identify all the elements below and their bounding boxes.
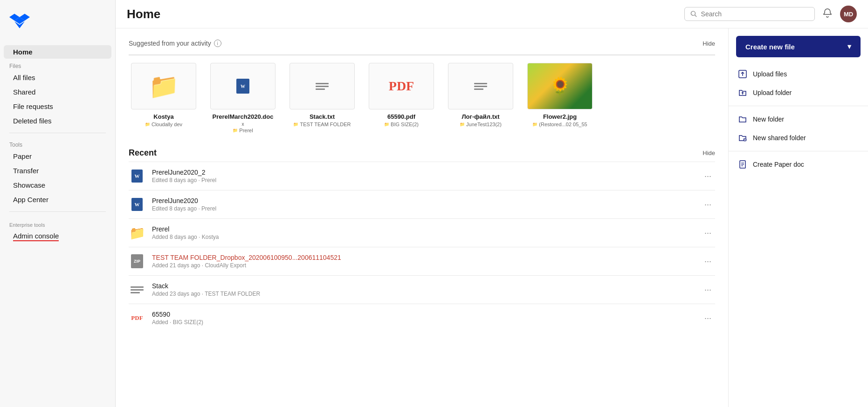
suggested-file-prerel-march[interactable]: W PrerelMarch2020.doc x 📁 Prerel bbox=[208, 63, 278, 133]
content-area: Suggested from your activity i Hide 📁 Ko… bbox=[116, 28, 868, 407]
recent-item-more-button[interactable]: ··· bbox=[701, 200, 715, 210]
file-icon-wrapper bbox=[448, 63, 513, 109]
recent-item-prerel-folder[interactable]: 📁 Prerel Added 8 days ago · Kostya ··· bbox=[129, 218, 715, 247]
recent-item-info: PrerelJune2020_2 Edited 8 days ago · Pre… bbox=[152, 169, 701, 183]
txt-lines-icon-2 bbox=[474, 83, 487, 90]
recent-item-test-team-zip[interactable]: ZIP TEST TEAM FOLDER_Dropbox_20200610095… bbox=[129, 247, 715, 275]
recent-item-stack[interactable]: Stack Added 23 days ago · TEST TEAM FOLD… bbox=[129, 275, 715, 304]
recent-item-meta: Edited 8 days ago · Prerel bbox=[152, 177, 701, 183]
location-text: (Restored...02 05_55 bbox=[539, 122, 587, 127]
recent-item-prerel-june2[interactable]: W PrerelJune2020_2 Edited 8 days ago · P… bbox=[129, 162, 715, 190]
file-card-location: 📁 JuneTest123(2) bbox=[460, 122, 502, 127]
user-avatar[interactable]: MD bbox=[840, 6, 857, 22]
upload-files-item[interactable]: Upload files bbox=[729, 65, 868, 83]
file-card-location: 📁 (Restored...02 05_55 bbox=[532, 122, 587, 127]
file-card-location: 📁 Prerel bbox=[233, 128, 253, 133]
suggested-file-stack[interactable]: Stack.txt 📁 TEST TEAM FOLDER bbox=[287, 63, 357, 133]
folder-dot: 📁 bbox=[145, 122, 150, 127]
sidebar-deleted-files-item[interactable]: Deleted files bbox=[4, 114, 111, 128]
recent-item-icon: 📁 bbox=[129, 224, 145, 241]
file-icon-wrapper: 📁 bbox=[131, 63, 196, 109]
sidebar-shared-item[interactable]: Shared bbox=[4, 85, 111, 99]
sidebar-paper-item[interactable]: Paper bbox=[4, 149, 111, 163]
recent-item-more-button[interactable]: ··· bbox=[701, 171, 715, 181]
location-text: Cloudally dev bbox=[152, 122, 182, 127]
sidebar-item-label: Deleted files bbox=[13, 117, 52, 125]
recent-item-info: Stack Added 23 days ago · TEST TEAM FOLD… bbox=[152, 282, 701, 297]
dropdown-divider-2 bbox=[729, 151, 868, 151]
upload-folder-label: Upload folder bbox=[753, 89, 792, 96]
create-paper-doc-label: Create Paper doc bbox=[753, 161, 804, 168]
sidebar-divider-1 bbox=[9, 133, 106, 133]
notification-bell-icon[interactable] bbox=[822, 8, 833, 20]
sidebar-file-requests-item[interactable]: File requests bbox=[4, 100, 111, 113]
suggested-file-log[interactable]: Лог-файл.txt 📁 JuneTest123(2) bbox=[446, 63, 516, 133]
sidebar-home-item[interactable]: Home bbox=[4, 45, 111, 59]
suggested-hide-button[interactable]: Hide bbox=[703, 40, 715, 47]
sidebar: Home Files All files Shared File request… bbox=[0, 0, 116, 407]
recent-hide-button[interactable]: Hide bbox=[703, 149, 715, 156]
main-area: Home MD Sugges bbox=[116, 0, 868, 407]
file-icon-wrapper bbox=[289, 63, 355, 109]
sidebar-all-files-item[interactable]: All files bbox=[4, 71, 111, 84]
zip-icon: ZIP bbox=[131, 254, 143, 268]
recent-item-more-button[interactable]: ··· bbox=[701, 257, 715, 266]
word-icon: W bbox=[131, 170, 143, 183]
svg-line-6 bbox=[695, 15, 696, 16]
folder-dot: 📁 bbox=[384, 122, 389, 127]
file-card-name: Kostya bbox=[153, 113, 173, 120]
upload-folder-item[interactable]: Upload folder bbox=[729, 83, 868, 102]
folder-dot: 📁 bbox=[293, 122, 298, 127]
new-shared-folder-item[interactable]: New shared folder bbox=[729, 129, 868, 147]
folder-icon: 📁 bbox=[129, 225, 145, 241]
new-shared-folder-icon bbox=[738, 133, 747, 142]
files-section-label: Files bbox=[0, 59, 115, 70]
sidebar-transfer-item[interactable]: Transfer bbox=[4, 164, 111, 177]
recent-item-65590[interactable]: PDF 65590 Added · BIG SIZE(2) ··· bbox=[129, 304, 715, 332]
sidebar-app-center-item[interactable]: App Center bbox=[4, 193, 111, 206]
recent-title: Recent bbox=[129, 148, 157, 158]
pdf-icon: PDF bbox=[131, 314, 143, 322]
sidebar-showcase-item[interactable]: Showcase bbox=[4, 178, 111, 192]
folder-icon: 📁 bbox=[149, 72, 179, 101]
recent-item-icon: PDF bbox=[129, 310, 145, 326]
recent-item-name: 65590 bbox=[152, 311, 701, 318]
search-input[interactable] bbox=[701, 10, 809, 18]
sidebar-divider-2 bbox=[9, 211, 106, 212]
chevron-down-icon: ▾ bbox=[847, 42, 851, 51]
recent-item-more-button[interactable]: ··· bbox=[701, 228, 715, 238]
recent-item-info: Prerel Added 8 days ago · Kostya bbox=[152, 225, 701, 240]
suggested-file-65590[interactable]: PDF 65590.pdf 📁 BIG SIZE(2) bbox=[366, 63, 436, 133]
new-folder-item[interactable]: New folder bbox=[729, 110, 868, 129]
file-icon-wrapper: W bbox=[210, 63, 276, 109]
suggested-info-icon[interactable]: i bbox=[214, 40, 221, 47]
recent-item-prerel-june[interactable]: W PrerelJune2020 Edited 8 days ago · Pre… bbox=[129, 190, 715, 218]
create-paper-doc-item[interactable]: Create Paper doc bbox=[729, 155, 868, 174]
recent-item-info: PrerelJune2020 Edited 8 days ago · Prere… bbox=[152, 197, 701, 212]
sidebar-item-label: Paper bbox=[13, 152, 32, 160]
sidebar-item-label: All files bbox=[13, 74, 35, 81]
right-panel: Create new file ▾ Upload files bbox=[728, 28, 868, 407]
sidebar-admin-console-item[interactable]: Admin console bbox=[4, 229, 111, 244]
pdf-icon: PDF bbox=[389, 79, 414, 94]
txt-lines-icon bbox=[316, 83, 329, 90]
recent-item-more-button[interactable]: ··· bbox=[701, 313, 715, 323]
recent-header: Recent Hide bbox=[129, 148, 715, 158]
location-text: TEST TEAM FOLDER bbox=[300, 122, 351, 127]
search-box[interactable] bbox=[684, 7, 815, 21]
page-title: Home bbox=[127, 7, 160, 21]
suggested-file-kostya[interactable]: 📁 Kostya 📁 Cloudally dev bbox=[129, 63, 199, 133]
suggested-file-flower[interactable]: 🌻 Flower2.jpg 📁 (Restored...02 05_55 bbox=[525, 63, 595, 133]
recent-item-icon bbox=[129, 281, 145, 298]
recent-item-more-button[interactable]: ··· bbox=[701, 285, 715, 295]
enterprise-label: Enterprise tools bbox=[0, 217, 115, 229]
upload-files-label: Upload files bbox=[753, 70, 787, 78]
upload-folder-icon bbox=[738, 88, 747, 97]
file-icon-wrapper: PDF bbox=[369, 63, 434, 109]
create-new-file-button[interactable]: Create new file ▾ bbox=[736, 36, 861, 57]
recent-item-info: 65590 Added · BIG SIZE(2) bbox=[152, 311, 701, 326]
recent-item-name: Prerel bbox=[152, 225, 701, 233]
logo-area bbox=[0, 7, 115, 45]
dropdown-divider-1 bbox=[729, 106, 868, 106]
recent-item-icon: W bbox=[129, 168, 145, 184]
